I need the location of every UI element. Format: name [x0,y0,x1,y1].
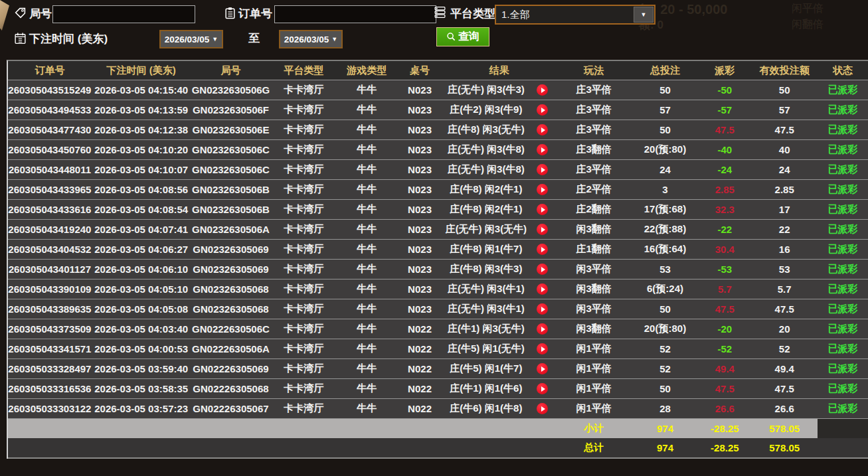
cell-table-no: N023 [396,279,443,299]
cell-order-id: 260305043448011 [8,160,92,179]
cell-order-id: 260305043494533 [8,100,92,119]
cell-table-no: N023 [396,140,443,159]
col-header-platform: 平台类型 [270,61,337,80]
platform-filter-label: 平台类型 [450,6,495,21]
cell-bet-method: 闲1平倍 [556,399,632,418]
cell-round-id: GN02326305068 [191,299,271,319]
cell-table-no: N023 [396,80,443,100]
cell-replay [529,220,556,239]
cell-round-id: GN02326305069 [191,260,271,279]
table-row[interactable]: 260305043450760 2026-03-05 04:10:20 GN02… [8,140,868,160]
cell-replay [529,399,556,418]
cell-total-bet: 52 [632,339,699,358]
play-replay-icon[interactable] [537,104,548,116]
cell-payout: 47.5 [698,299,751,319]
round-input[interactable] [52,5,195,23]
cell-platform: 卡卡湾厅 [270,359,337,378]
table-row[interactable]: 260305043448011 2026-03-05 04:10:07 GN02… [8,160,868,180]
calendar-icon [14,32,27,44]
cell-total-bet: 22(预:88) [632,220,699,239]
cell-table-no: N022 [396,319,443,339]
cell-replay [529,120,556,139]
table-row[interactable]: 260305033303122 2026-03-05 03:57:23 GN02… [8,399,868,419]
table-body: 260305043515249 2026-03-05 04:15:40 GN02… [8,80,868,419]
cell-game-type: 牛牛 [337,279,396,299]
table-row[interactable]: 260305043341571 2026-03-05 04:00:53 GN02… [8,339,868,359]
date-from-value: 2026/03/05 [165,35,210,44]
play-replay-icon[interactable] [537,84,548,96]
play-replay-icon[interactable] [537,283,548,295]
cell-round-id: GN02226305068 [191,379,271,398]
cell-bet-time: 2026-03-05 04:12:38 [92,120,191,139]
cell-valid-bet: 2.85 [751,180,818,199]
date-to-picker[interactable]: 2026/03/05 ▼ [279,30,343,48]
platform-type-select[interactable]: 1.全部 ▼ [495,5,655,25]
cell-valid-bet: 47.5 [751,379,818,398]
play-replay-icon[interactable] [537,164,548,175]
cell-table-no: N023 [396,299,443,319]
cell-game-type: 牛牛 [337,220,396,239]
play-replay-icon[interactable] [537,303,548,315]
cell-payout: 2.85 [698,180,751,199]
cell-result: 庄(牛8) 闲2(牛1) [443,200,529,219]
cell-order-id: 260305043419240 [8,220,92,239]
date-from-picker[interactable]: 2026/03/05 ▼ [159,30,223,48]
subtotal-row: 小计 974 -28.25 578.05 [8,419,868,438]
play-replay-icon[interactable] [537,383,548,394]
table-row[interactable]: 260305043401127 2026-03-05 04:06:10 GN02… [8,260,868,279]
cell-table-no: N023 [396,200,443,219]
table-row[interactable]: 260305033316536 2026-03-05 03:58:35 GN02… [8,379,868,399]
cell-result: 庄(无牛) 闲3(牛8) [443,140,529,159]
table-row[interactable]: 260305033328497 2026-03-05 03:59:40 GN02… [8,359,868,379]
table-row[interactable]: 260305043389635 2026-03-05 04:05:08 GN02… [8,299,868,319]
play-replay-icon[interactable] [537,244,548,255]
table-row[interactable]: 260305043390109 2026-03-05 04:05:10 GN02… [8,279,868,299]
cell-table-no: N022 [396,359,443,378]
cell-result: 庄(无牛) 闲3(牛3) [443,80,529,100]
play-replay-icon[interactable] [537,124,548,135]
col-header-valid: 有效投注额 [751,61,818,80]
total-status-gap [818,438,868,457]
cell-replay [529,140,556,159]
table-row[interactable]: 260305043373509 2026-03-05 04:03:40 GN02… [8,319,868,339]
table-row[interactable]: 260305043477430 2026-03-05 04:12:38 GN02… [8,120,868,140]
table-row[interactable]: 260305043404532 2026-03-05 04:06:27 GN02… [8,240,868,260]
cell-result: 庄(无牛) 闲3(无牛) [443,220,529,239]
cell-platform: 卡卡湾厅 [270,319,337,339]
play-replay-icon[interactable] [537,363,548,374]
table-row[interactable]: 260305043494533 2026-03-05 04:13:59 GN02… [8,100,868,120]
subtotal-payout: -28.25 [698,419,751,438]
round-filter-label: 局号 [29,6,52,21]
total-payout: -28.25 [698,438,751,457]
cell-bet-method: 庄3平倍 [556,120,632,139]
play-replay-icon[interactable] [537,403,548,414]
order-input[interactable] [274,5,436,23]
play-replay-icon[interactable] [537,343,548,355]
cell-total-bet: 20(预:80) [632,140,699,159]
cell-valid-bet: 17 [751,200,818,219]
cell-game-type: 牛牛 [337,160,396,179]
table-row[interactable]: 260305043515249 2026-03-05 04:15:40 GN02… [8,80,868,100]
chevron-down-icon[interactable]: ▼ [634,7,653,23]
cell-result: 庄(无牛) 闲3(牛1) [443,299,529,319]
table-row[interactable]: 260305043419240 2026-03-05 04:07:41 GN02… [8,220,868,240]
cell-bet-time: 2026-03-05 03:59:40 [92,359,191,378]
chevron-down-icon: ▼ [331,36,337,42]
cell-payout: -57 [698,100,751,119]
play-replay-icon[interactable] [537,323,548,335]
play-replay-icon[interactable] [537,264,548,275]
table-row[interactable]: 260305043433616 2026-03-05 04:08:54 GN02… [8,200,868,220]
play-replay-icon[interactable] [537,184,548,195]
total-total-bet: 974 [632,438,699,457]
cell-total-bet: 53 [632,260,699,279]
play-replay-icon[interactable] [537,144,548,155]
table-row[interactable]: 260305043433965 2026-03-05 04:08:56 GN02… [8,180,868,200]
cell-replay [529,379,556,398]
cell-status: 已派彩 [818,279,868,299]
play-replay-icon[interactable] [537,224,548,235]
play-replay-icon[interactable] [537,204,548,215]
query-button[interactable]: 查询 [436,27,489,46]
cell-replay [529,180,556,199]
cell-bet-time: 2026-03-05 04:06:10 [92,260,191,279]
cell-result: 庄(牛2) 闲3(牛9) [443,100,529,119]
